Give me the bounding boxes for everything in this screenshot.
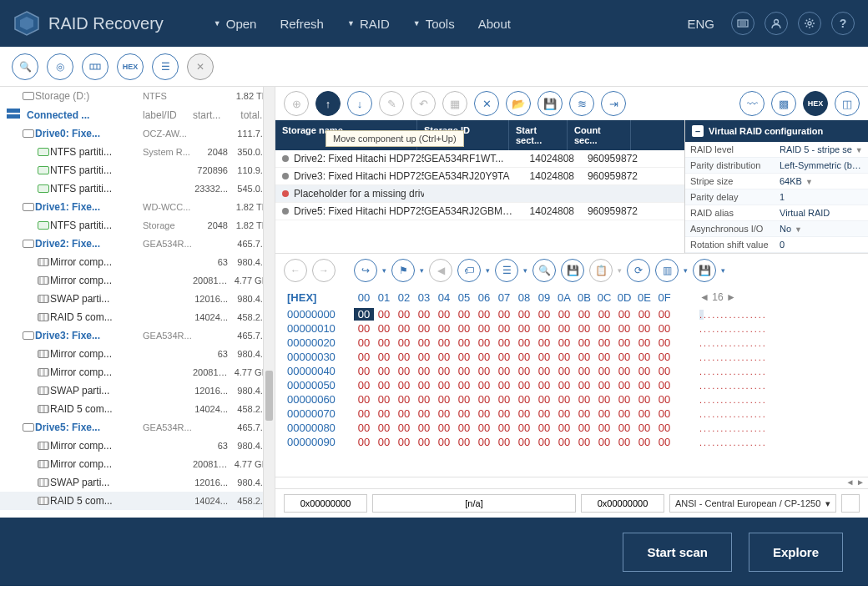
menu-about[interactable]: About xyxy=(478,17,511,31)
display-icon[interactable] xyxy=(731,12,754,35)
encoding-select[interactable]: ANSI - Central European / CP-1250▾ xyxy=(669,494,836,513)
menu-open[interactable]: ▼Open xyxy=(214,17,257,31)
layers-button[interactable]: ≋ xyxy=(569,91,594,116)
hex-line[interactable]: 0000008000000000000000000000000000000000… xyxy=(287,421,856,435)
hex-line[interactable]: 0000000000000000000000000000000000000000… xyxy=(287,307,856,321)
hex-h-scrollbar[interactable]: ◄ ► xyxy=(275,477,868,488)
hex-line[interactable]: 0000002000000000000000000000000000000000… xyxy=(287,336,856,350)
config-row[interactable]: Asynchronous I/ONo▼ xyxy=(685,221,868,237)
undo-button[interactable]: ↶ xyxy=(411,91,436,116)
component-row[interactable]: RAID 5 com...14024...458.2... xyxy=(0,308,275,326)
component-row[interactable]: Mirror comp...63980.4... xyxy=(0,437,275,455)
save-button[interactable]: 💾 xyxy=(537,91,563,116)
activity-icon[interactable]: 〰 xyxy=(739,91,765,116)
remove-button[interactable]: ✕ xyxy=(474,91,499,116)
hex-line[interactable]: 0000009000000000000000000000000000000000… xyxy=(287,435,856,449)
segment-icon[interactable] xyxy=(82,53,108,80)
settings-icon[interactable] xyxy=(798,12,821,35)
language-selector[interactable]: ENG xyxy=(687,17,714,31)
component-row[interactable]: SWAP parti...12016...980.4... xyxy=(0,381,275,400)
config-row[interactable]: RAID levelRAID 5 - stripe se▼ xyxy=(685,142,868,158)
nav-prev-button[interactable]: ◀ xyxy=(429,259,452,282)
hex-mode-button[interactable]: HEX xyxy=(803,91,828,116)
offset-field-2[interactable] xyxy=(581,494,664,513)
close-icon[interactable]: ✕ xyxy=(187,53,214,80)
target-icon[interactable]: ◎ xyxy=(47,53,73,80)
target-btn[interactable]: ⊕ xyxy=(284,91,309,116)
sidebar-top-row[interactable]: Storage (D:) NTFS 1.82 TB xyxy=(0,87,275,105)
component-row[interactable]: SWAP parti...12016...980.4... xyxy=(0,290,275,308)
connected-storages-section[interactable]: Connected ... label/ID start... total... xyxy=(0,105,275,124)
start-scan-button[interactable]: Start scan xyxy=(623,533,732,572)
move-down-button[interactable]: ↓ xyxy=(347,91,372,116)
config-row[interactable]: Parity distributionLeft-Symmetric (b.▼ xyxy=(685,158,868,174)
bookmark-button[interactable]: ⚑ xyxy=(391,259,415,282)
hex-line[interactable]: 0000001000000000000000000000000000000000… xyxy=(287,321,856,336)
hex-line[interactable]: 0000004000000000000000000000000000000000… xyxy=(287,364,856,378)
component-row[interactable]: RAID 5 com...14024...458.2... xyxy=(0,400,275,418)
menu-tools[interactable]: ▼Tools xyxy=(413,17,455,31)
explore-button[interactable]: Explore xyxy=(749,533,843,572)
drive-row[interactable]: Drive3: Fixe...GEA534R...465.7... xyxy=(0,326,275,345)
partition-row[interactable]: NTFS partiti...720896110.9... xyxy=(0,161,275,179)
disk-save-button[interactable]: 💾 xyxy=(693,259,716,282)
component-row[interactable]: Mirror comp...63980.4... xyxy=(0,345,275,363)
list-icon[interactable]: ☰ xyxy=(152,53,179,80)
drive-row[interactable]: Drive1: Fixe...WD-WCC...1.82 TB xyxy=(0,198,275,216)
menu-refresh[interactable]: Refresh xyxy=(280,17,324,31)
config-row[interactable]: RAID aliasVirtual RAID xyxy=(685,205,868,221)
missing-drive-row[interactable]: Placeholder for a missing drive xyxy=(275,185,684,203)
component-row[interactable]: Mirror comp...20081254.77 GB xyxy=(0,363,275,381)
search-icon[interactable]: 🔍 xyxy=(12,53,38,80)
component-row[interactable]: RAID 5 com...14024...458.2... xyxy=(0,492,275,510)
component-row[interactable]: Mirror comp...63980.4... xyxy=(0,253,275,271)
offset-field-1[interactable] xyxy=(284,494,367,513)
open-folder-button[interactable]: 📂 xyxy=(506,91,531,116)
tag-button[interactable]: 🏷 xyxy=(457,259,481,282)
grid-button[interactable]: ▦ xyxy=(442,91,467,116)
selection-field[interactable] xyxy=(372,494,576,513)
hex-line[interactable]: 0000006000000000000000000000000000000000… xyxy=(287,392,856,407)
sidebar-scrollbar[interactable] xyxy=(263,87,275,518)
config-row[interactable]: Rotation shift value0 xyxy=(685,237,868,253)
user-icon[interactable] xyxy=(765,12,788,35)
hex-nav[interactable]: ◄ 16 ► xyxy=(699,291,736,304)
find-button[interactable]: 🔍 xyxy=(532,259,556,282)
partition-row[interactable]: NTFS partiti...23332...545.0... xyxy=(0,179,275,198)
graph-icon[interactable]: ▩ xyxy=(771,91,796,116)
partition-row[interactable]: NTFS partiti...Storage20481.82 TB xyxy=(0,216,275,235)
hex-line[interactable]: 0000005000000000000000000000000000000000… xyxy=(287,378,856,392)
hex-line[interactable]: 0000003000000000000000000000000000000000… xyxy=(287,350,856,364)
storage-row[interactable]: Drive2: Fixed Hitachi HDP7250...GEA534RF… xyxy=(275,150,684,168)
menu-raid[interactable]: ▼RAID xyxy=(347,17,390,31)
extra-field[interactable] xyxy=(841,494,860,513)
config-header[interactable]: –Virtual RAID configuration xyxy=(685,120,868,142)
history-back-button[interactable]: ← xyxy=(284,259,307,282)
hex-line[interactable]: 0000007000000000000000000000000000000000… xyxy=(287,407,856,421)
save-hex-button[interactable]: 💾 xyxy=(561,259,584,282)
help-icon[interactable]: ? xyxy=(831,12,855,35)
component-row[interactable]: SWAP parti...12016...980.4... xyxy=(0,473,275,492)
hex-icon[interactable]: HEX xyxy=(117,53,144,80)
goto-button[interactable]: ↪ xyxy=(354,259,377,282)
config-row[interactable]: Parity delay1 xyxy=(685,189,868,205)
move-up-button[interactable]: ↑ xyxy=(315,91,341,116)
columns-button[interactable]: ▥ xyxy=(655,259,679,282)
partition-row[interactable]: NTFS partiti...System R...2048350.0... xyxy=(0,143,275,161)
export-button[interactable]: ⇥ xyxy=(601,91,626,116)
drive-row[interactable]: Drive0: Fixe...OCZ-AW...111.7... xyxy=(0,124,275,143)
edit-button[interactable]: ✎ xyxy=(379,91,404,116)
component-row[interactable]: Mirror comp...20081254.77 GB xyxy=(0,271,275,290)
list-view-button[interactable]: ☰ xyxy=(495,259,518,282)
history-fwd-button[interactable]: → xyxy=(312,259,336,282)
storage-row[interactable]: Drive5: Fixed Hitachi HDP7250...GEA534RJ… xyxy=(275,203,684,220)
component-row[interactable]: Mirror comp...20081254.77 GB xyxy=(0,455,275,473)
config-row[interactable]: Stripe size64KB▼ xyxy=(685,174,868,189)
storage-row[interactable]: Drive3: Fixed Hitachi HDP7250...GEA534RJ… xyxy=(275,168,684,185)
drive-row[interactable]: Drive2: Fixe...GEA534R...465.7... xyxy=(0,235,275,253)
copy-button[interactable]: 📋 xyxy=(589,259,613,282)
col-start-sector[interactable]: Start sect... xyxy=(509,120,568,150)
drive-row[interactable]: Drive5: Fixe...GEA534R...465.7... xyxy=(0,418,275,437)
col-count-sector[interactable]: Count sec... xyxy=(568,120,631,150)
layout-icon[interactable]: ◫ xyxy=(835,91,860,116)
